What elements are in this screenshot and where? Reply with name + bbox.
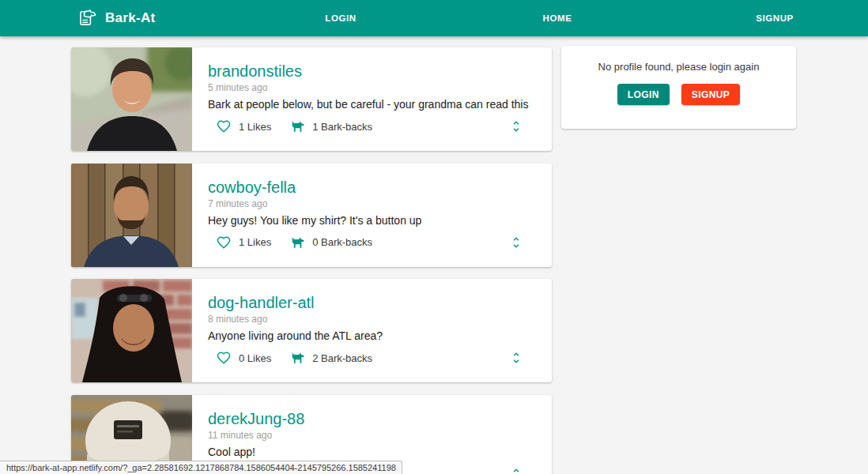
- post-timestamp: 7 minutes ago: [208, 198, 552, 209]
- profile-panel: No profile found, please login again LOG…: [561, 46, 796, 129]
- post-timestamp: 5 minutes ago: [208, 82, 552, 93]
- barkbacks-count: 0 Bark-backs: [312, 236, 372, 248]
- profile-photo: [71, 279, 192, 382]
- no-profile-message: No profile found, please login again: [561, 61, 796, 73]
- post-card: cowboy-fella 7 minutes ago Hey guys! You…: [71, 164, 552, 267]
- barkback-dog-icon[interactable]: [289, 235, 305, 250]
- profile-photo: [71, 47, 192, 151]
- post-username[interactable]: brandonstiles: [208, 62, 552, 81]
- status-url-text: https://bark-at-app.netlify.com/?_ga=2.2…: [6, 463, 396, 472]
- post-message: Cool app!: [208, 446, 552, 459]
- profile-photo: [71, 164, 192, 267]
- post-message: Hey guys! You like my shirt? It's a butt…: [208, 214, 552, 228]
- post-card: brandonstiles 5 minutes ago Bark at peop…: [71, 47, 552, 151]
- post-timestamp: 11 minutes ago: [208, 430, 552, 441]
- like-heart-icon[interactable]: [216, 235, 232, 250]
- post-feed: brandonstiles 5 minutes ago Bark at peop…: [71, 47, 552, 474]
- barkback-dog-icon[interactable]: [289, 118, 305, 134]
- like-heart-icon[interactable]: [216, 350, 232, 366]
- post-username[interactable]: cowboy-fella: [208, 178, 552, 197]
- barkbacks-count: 2 Bark-backs: [312, 352, 372, 364]
- nav-home[interactable]: HOME: [543, 0, 572, 36]
- post-message: Anyone living around the ATL area?: [208, 329, 552, 343]
- app-logo-dog-icon: [78, 7, 98, 30]
- like-heart-icon[interactable]: [216, 118, 232, 134]
- app-title: Bark-At: [105, 10, 156, 26]
- likes-count: 1 Likes: [239, 236, 271, 248]
- post-actions: 1 Likes 1 Bark-backs: [208, 118, 552, 134]
- post-message: Bark at people below, but be careful - y…: [208, 98, 552, 111]
- signup-button[interactable]: SIGNUP: [681, 84, 740, 105]
- brand[interactable]: Bark-At: [78, 0, 156, 36]
- nav-login[interactable]: LOGIN: [325, 0, 356, 36]
- barkbacks-count: 1 Bark-backs: [312, 121, 372, 133]
- post-timestamp: 8 minutes ago: [208, 314, 552, 325]
- login-button[interactable]: LOGIN: [617, 84, 670, 105]
- post-actions: 1 Likes 0 Bark-backs: [208, 235, 552, 250]
- link-status-bar: https://bark-at-app.netlify.com/?_ga=2.2…: [0, 461, 402, 474]
- post-card: dog-handler-atl 8 minutes ago Anyone liv…: [71, 279, 552, 382]
- post-username[interactable]: derekJung-88: [208, 409, 552, 428]
- likes-count: 1 Likes: [239, 121, 271, 133]
- app-header: Bark-At LOGIN HOME SIGNUP: [0, 0, 868, 36]
- unfold-more-icon[interactable]: [509, 119, 523, 134]
- post-actions: 0 Likes 2 Bark-backs: [208, 350, 552, 366]
- unfold-more-icon[interactable]: [509, 235, 523, 250]
- post-username[interactable]: dog-handler-atl: [208, 293, 552, 312]
- unfold-more-icon[interactable]: [509, 467, 523, 474]
- unfold-more-icon[interactable]: [509, 351, 523, 365]
- nav-signup[interactable]: SIGNUP: [756, 0, 794, 36]
- likes-count: 0 Likes: [239, 352, 271, 364]
- barkback-dog-icon[interactable]: [289, 350, 305, 366]
